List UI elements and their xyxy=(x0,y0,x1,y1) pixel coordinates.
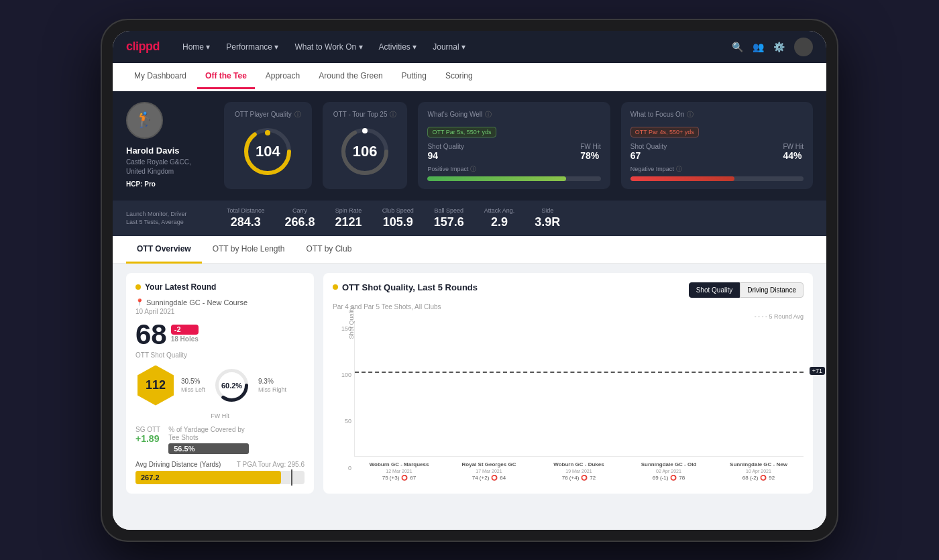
player-name: Harold Davis xyxy=(126,146,179,156)
whats-going-well-title: What's Going Well ⓘ xyxy=(427,110,600,119)
x-label-0: Woburn GC - Marquess12 Mar 202175 (+3) ⭕… xyxy=(354,461,444,482)
driving-distance-section: Avg Driving Distance (Yards) T PGA Tour … xyxy=(135,461,305,484)
nav-icons: 🔍 👥 ⚙️ xyxy=(732,38,813,56)
course-name: 📍 Sunningdale GC - New Course xyxy=(135,298,305,306)
sub-nav-off-the-tee[interactable]: Off the Tee xyxy=(197,64,255,89)
chart-dot xyxy=(333,284,338,290)
y-labels: 150 100 50 0 xyxy=(333,323,354,482)
nav-item-what-to-work-on[interactable]: What to Work On ▾ xyxy=(288,38,369,56)
nav-item-performance[interactable]: Performance ▾ xyxy=(219,38,285,56)
chart-btn-shot-quality[interactable]: Shot Quality xyxy=(689,282,740,298)
x-label-2: Woburn GC - Dukes19 Mar 202176 (+4) ⭕ 72 xyxy=(534,461,624,482)
nav-items: Home ▾ Performance ▾ What to Work On ▾ A… xyxy=(176,38,732,56)
lm-stat-carry: Carry 266.8 xyxy=(285,207,315,229)
sub-nav-scoring[interactable]: Scoring xyxy=(437,64,481,89)
sub-nav-around-green[interactable]: Around the Green xyxy=(311,64,390,89)
going-well-fwh: FW Hit 78% xyxy=(580,143,601,161)
round-score: 68 -2 18 Holes xyxy=(135,321,199,349)
sg-row: SG OTT +1.89 % of Yardage Covered by Tee… xyxy=(135,426,305,454)
sub-nav-my-dashboard[interactable]: My Dashboard xyxy=(126,64,195,89)
lm-stat-spin-rate: Spin Rate 2121 xyxy=(335,207,362,229)
ott-quality-gauge: 104 xyxy=(241,125,294,178)
settings-icon[interactable]: ⚙️ xyxy=(773,42,785,52)
nav-item-activities[interactable]: Activities ▾ xyxy=(372,38,424,56)
tour-top25-value: 106 xyxy=(353,143,378,160)
going-well-impact-label: Positive Impact ⓘ xyxy=(427,165,600,174)
tour-top25-gauge: 106 xyxy=(338,125,392,178)
screen: clippd Home ▾ Performance ▾ What to Work… xyxy=(113,31,826,530)
player-avatar: 🏌️ xyxy=(126,102,163,139)
focus-on-fill xyxy=(630,176,734,181)
sg-ott-item: SG OTT +1.89 xyxy=(135,426,160,454)
driving-bar: 267.2 xyxy=(135,471,305,484)
yardage-item: % of Yardage Covered by Tee Shots 56.5% xyxy=(168,426,249,454)
avg-line: +71 xyxy=(355,372,804,373)
chart-legend: - - - - 5 Round Avg xyxy=(333,313,804,320)
miss-left: 30.5% xyxy=(181,378,205,385)
chart-header: OTT Shot Quality, Last 5 Rounds Shot Qua… xyxy=(333,282,804,298)
what-to-focus-card: What to Focus On ⓘ OTT Par 4s, 550+ yds … xyxy=(621,102,813,189)
top-nav: clippd Home ▾ Performance ▾ What to Work… xyxy=(113,31,826,63)
chart-main: +71 Woburn GC - Marquess12 Mar 202175 (+… xyxy=(354,323,804,482)
tab-ott-club[interactable]: OTT by Club xyxy=(296,236,363,264)
ott-metrics: 112 30.5% Miss Left 60.2% xyxy=(135,366,305,406)
going-well-stats: Shot Quality 94 FW Hit 78% xyxy=(427,143,600,161)
tab-ott-hole-length[interactable]: OTT by Hole Length xyxy=(202,236,296,264)
search-icon[interactable]: 🔍 xyxy=(732,42,743,52)
lm-stat-side: Side 3.9R xyxy=(535,207,560,229)
chart-btn-driving-distance[interactable]: Driving Distance xyxy=(740,282,804,298)
chart-tabs: OTT Overview OTT by Hole Length OTT by C… xyxy=(113,236,826,264)
driving-label-row: Avg Driving Distance (Yards) T PGA Tour … xyxy=(135,461,305,468)
going-well-badge: OTT Par 5s, 550+ yds xyxy=(427,127,496,137)
fw-hit-center-label: FW Hit xyxy=(135,412,305,419)
whats-going-well-card: What's Going Well ⓘ OTT Par 5s, 550+ yds… xyxy=(418,102,610,189)
tab-ott-overview[interactable]: OTT Overview xyxy=(126,236,202,264)
lm-stat-attack-ang: Attack Ang. 2.9 xyxy=(484,207,515,229)
score-holes: 18 Holes xyxy=(171,336,199,343)
device-frame: clippd Home ▾ Performance ▾ What to Work… xyxy=(101,19,838,542)
going-well-fill xyxy=(427,176,566,181)
sub-nav-approach[interactable]: Approach xyxy=(258,64,308,89)
right-panel: OTT Shot Quality, Last 5 Rounds Shot Qua… xyxy=(323,273,813,494)
lm-stat-ball-speed: Ball Speed 157.6 xyxy=(434,207,464,229)
left-panel: Your Latest Round 📍 Sunningdale GC - New… xyxy=(126,273,314,494)
what-to-focus-title: What to Focus On ⓘ xyxy=(630,110,804,119)
course-date: 10 April 2021 xyxy=(135,308,305,315)
chart-subtitle: Par 4 and Par 5 Tee Shots, All Clubs xyxy=(333,303,804,311)
chart-buttons: Shot Quality Driving Distance xyxy=(689,282,804,298)
notifications-icon[interactable]: 👥 xyxy=(753,42,764,52)
lm-stat-club-speed: Club Speed 105.9 xyxy=(382,207,414,229)
ott-hexagon: 112 xyxy=(135,366,176,406)
x-label-4: Sunningdale GC - New10 Apr 202168 (-2) ⭕… xyxy=(714,461,804,482)
avatar[interactable] xyxy=(794,38,813,56)
content-panels: Your Latest Round 📍 Sunningdale GC - New… xyxy=(113,264,826,503)
sub-nav-putting[interactable]: Putting xyxy=(394,64,435,89)
pga-marker xyxy=(291,469,292,486)
x-labels: Woburn GC - Marquess12 Mar 202175 (+3) ⭕… xyxy=(354,461,804,482)
miss-left-label: Miss Left xyxy=(181,386,205,393)
ott-quality-value: 104 xyxy=(256,143,280,160)
going-well-progress xyxy=(427,176,600,181)
svg-point-5 xyxy=(362,128,368,133)
nav-item-home[interactable]: Home ▾ xyxy=(176,38,217,56)
dot-yellow xyxy=(135,284,141,290)
driving-bar-fill: 267.2 xyxy=(135,471,281,484)
lm-title: Launch Monitor, Driver Last 5 Tests, Ave… xyxy=(126,211,207,225)
focus-on-progress xyxy=(630,176,804,181)
svg-point-2 xyxy=(265,130,270,135)
player-avatar-emoji: 🏌️ xyxy=(135,111,154,129)
ott-shot-quality-label: OTT Shot Quality xyxy=(135,351,305,359)
latest-round-title: Your Latest Round xyxy=(135,282,305,292)
player-club: Castle Royale G&CC,United Kingdom xyxy=(126,158,191,176)
nav-item-journal[interactable]: Journal ▾ xyxy=(426,38,472,56)
chart-bars-area: +71 xyxy=(354,323,804,457)
focus-on-impact-label: Negative Impact ⓘ xyxy=(630,165,804,174)
launch-monitor: Launch Monitor, Driver Last 5 Tests, Ave… xyxy=(113,200,826,236)
sub-nav: My Dashboard Off the Tee Approach Around… xyxy=(113,63,826,91)
miss-right-stats: 9.3% Miss Right xyxy=(258,378,286,393)
player-card: 🏌️ Harold Davis Castle Royale G&CC,Unite… xyxy=(126,102,213,189)
tour-top25-card: OTT - Tour Top 25 ⓘ 106 xyxy=(323,102,408,189)
focus-on-sq: Shot Quality 67 xyxy=(630,143,667,161)
going-well-sq: Shot Quality 94 xyxy=(427,143,463,161)
x-label-3: Sunningdale GC - Old02 Apr 202169 (-1) ⭕… xyxy=(624,461,714,482)
